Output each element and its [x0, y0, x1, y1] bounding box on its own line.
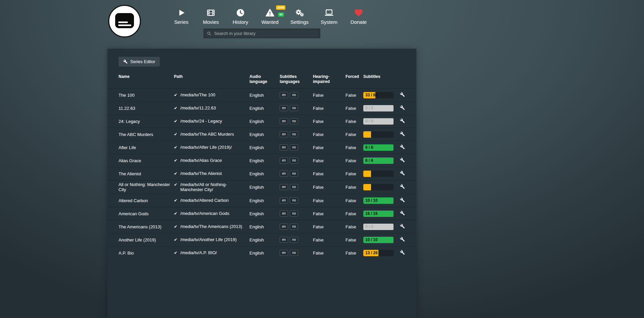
forced-value: False	[346, 251, 363, 256]
subtitles-cell: 33 / 84	[363, 92, 399, 98]
check-icon: ✔	[174, 158, 177, 164]
language-badge: en	[280, 157, 288, 164]
series-name[interactable]: The ABC Murders	[119, 132, 174, 137]
edit-series-button[interactable]	[399, 118, 406, 125]
nav-series[interactable]: Series	[167, 8, 196, 25]
table-row: The ABC Murders ✔ /media/tv/The ABC Murd…	[107, 128, 416, 141]
check-icon: ✔	[174, 182, 177, 188]
subtitles-languages: enno	[280, 171, 313, 177]
subtitles-languages: enno	[280, 144, 313, 150]
series-path: ✔ /media/tv/The Alienist	[174, 171, 249, 177]
edit-series-button[interactable]	[399, 183, 406, 191]
nav-donate[interactable]: Donate	[344, 8, 373, 25]
series-path-text: /media/tv/The ABC Murders	[180, 132, 234, 137]
subtitles-cell	[363, 131, 399, 138]
nav-movies[interactable]: Movies	[196, 8, 226, 25]
series-name[interactable]: After Life	[119, 145, 174, 150]
edit-series-button[interactable]	[399, 91, 406, 99]
language-badge: no	[290, 224, 298, 230]
language-badge: no	[290, 211, 298, 217]
edit-series-button[interactable]	[399, 144, 406, 151]
edit-series-button[interactable]	[399, 170, 406, 177]
subtitles-progress: 0 / 0	[363, 224, 394, 230]
subtitles-progress: 6 / 6	[363, 144, 394, 151]
table-row: American Gods ✔ /media/tv/American Gods …	[107, 207, 416, 220]
edit-series-button[interactable]	[399, 104, 406, 112]
edit-series-button[interactable]	[399, 249, 406, 257]
edit-series-button[interactable]	[399, 157, 406, 164]
table-row: Another Life (2019) ✔ /media/tv/Another …	[107, 233, 416, 246]
forced-value: False	[346, 93, 363, 98]
wrench-icon	[400, 157, 405, 163]
play-icon	[175, 8, 187, 18]
check-icon: ✔	[174, 224, 177, 230]
nav-wanted[interactable]: 2246 62 Wanted	[255, 8, 285, 25]
subtitles-progress: 10 / 10	[363, 237, 394, 243]
edit-series-button[interactable]	[399, 210, 406, 217]
audio-language: English	[249, 119, 280, 124]
series-path-text: /media/tv/The Americans (2013)	[180, 224, 242, 229]
audio-language: English	[249, 198, 280, 203]
progress-label: 33 / 84	[365, 92, 378, 98]
edit-series-button[interactable]	[399, 197, 406, 204]
hearing-impaired-value: False	[313, 119, 346, 124]
search-icon	[207, 31, 212, 36]
series-name[interactable]: Another Life (2019)	[119, 237, 174, 242]
language-badge: en	[280, 131, 288, 137]
forced-value: False	[346, 119, 363, 124]
forced-value: False	[346, 158, 363, 163]
series-name[interactable]: The 100	[119, 93, 174, 98]
series-editor-button[interactable]: Series Editor	[119, 57, 160, 66]
progress-label: 10 / 10	[365, 197, 378, 204]
edit-series-button[interactable]	[399, 223, 406, 230]
wrench-icon	[400, 197, 405, 202]
forced-value: False	[346, 224, 363, 229]
table-row: The 100 ✔ /media/tv/The 100 English enno…	[107, 88, 416, 101]
progress-label: 6 / 6	[365, 157, 373, 164]
subtitles-progress	[363, 171, 394, 177]
subtitles-languages: enno	[280, 105, 313, 111]
nav-system[interactable]: System	[314, 8, 344, 25]
clock-icon	[234, 8, 246, 18]
series-path-text: /media/tv/After Life (2019)/	[180, 145, 232, 150]
actions-cell	[399, 104, 416, 112]
nav-history[interactable]: History	[226, 8, 255, 25]
subtitles-progress: 16 / 16	[363, 211, 394, 217]
subtitles-progress: 33 / 84	[363, 92, 394, 98]
progress-label: 0 / 0	[365, 118, 373, 125]
language-badge: no	[290, 184, 298, 190]
edit-series-button[interactable]	[399, 236, 406, 243]
series-name[interactable]: 24: Legacy	[119, 119, 174, 124]
series-name[interactable]: 11.22.63	[119, 106, 174, 111]
language-badge: no	[290, 92, 298, 98]
subtitles-progress	[363, 184, 394, 190]
series-path-text: /media/tv/Altered Carbon	[180, 198, 229, 203]
series-path: ✔ /media/tv/Another Life (2019)	[174, 237, 249, 243]
nav-movies-label: Movies	[203, 19, 219, 25]
search-input[interactable]	[214, 31, 317, 36]
language-badge: en	[280, 184, 288, 190]
series-name[interactable]: Altered Carbon	[119, 198, 174, 203]
check-icon: ✔	[174, 132, 177, 137]
series-name[interactable]: American Gods	[119, 211, 174, 216]
subtitles-progress: 13 / 26	[363, 250, 394, 256]
series-name[interactable]: The Alienist	[119, 171, 174, 176]
hearing-impaired-value: False	[313, 211, 346, 216]
series-name[interactable]: All or Nothing: Manchester City	[119, 182, 174, 192]
progress-label: 16 / 16	[365, 211, 378, 217]
subtitles-cell: 10 / 10	[363, 197, 399, 204]
series-path: ✔ /media/tv/After Life (2019)/	[174, 145, 249, 150]
series-path-text: /media/tv/Another Life (2019)	[180, 237, 237, 242]
nav-settings[interactable]: Settings	[285, 8, 314, 25]
actions-cell	[399, 170, 416, 177]
actions-cell	[399, 131, 416, 138]
language-badge: en	[280, 144, 288, 150]
series-path: ✔ /media/tv/The ABC Murders	[174, 132, 249, 137]
series-name[interactable]: The Americans (2013)	[119, 224, 174, 229]
series-name[interactable]: A.P. Bio	[119, 251, 174, 256]
series-name[interactable]: Alias Grace	[119, 158, 174, 163]
actions-cell	[399, 197, 416, 204]
wrench-icon	[400, 224, 405, 229]
edit-series-button[interactable]	[399, 131, 406, 138]
app-logo[interactable]	[108, 4, 141, 38]
